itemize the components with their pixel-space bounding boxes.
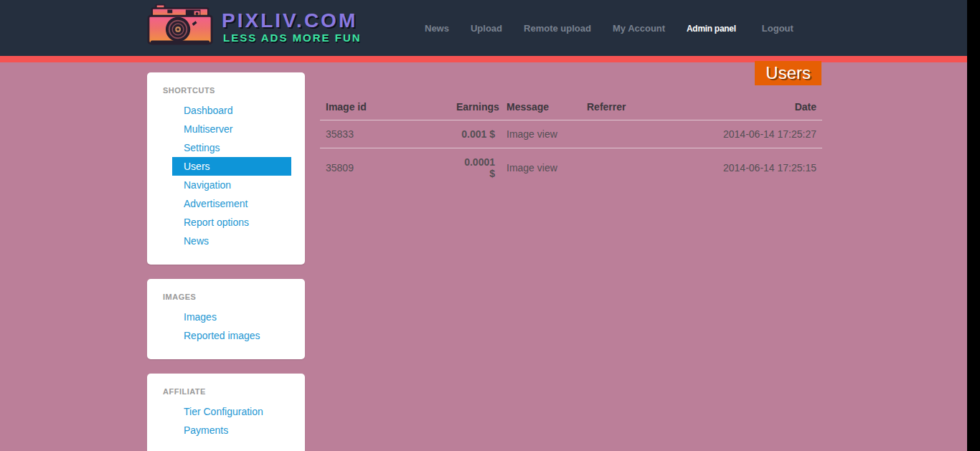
sidebar-panel-shortcuts: SHORTCUTS Dashboard Multiserver Settings…: [147, 72, 305, 265]
column-header-date: Date: [672, 95, 822, 120]
sidebar-list-images: Images Reported images: [172, 308, 291, 345]
table-row: 35833 0.001 $ Image view 2014-06-14 17:2…: [320, 120, 822, 148]
nav-item-logout[interactable]: Logout: [762, 23, 793, 34]
cell-date: 2014-06-14 17:25:27: [672, 120, 822, 148]
column-header-earnings: Earnings: [451, 95, 501, 120]
cell-referrer: [581, 120, 672, 148]
sidebar-item-navigation[interactable]: Navigation: [172, 176, 291, 194]
sidebar-heading-affiliate: AFFILIATE: [163, 387, 305, 396]
column-header-image-id: Image id: [320, 95, 451, 120]
sidebar-item-dashboard[interactable]: Dashboard: [172, 101, 291, 120]
sidebar-item-advertisement[interactable]: Advertisement: [172, 194, 291, 213]
sidebar-item-settings[interactable]: Settings: [172, 138, 291, 157]
sidebar-item-images[interactable]: Images: [172, 308, 291, 326]
camera-logo-icon: [146, 2, 216, 52]
sidebar-panel-affiliate: AFFILIATE Tier Configuration Payments: [147, 374, 305, 451]
column-header-referrer: Referrer: [581, 95, 672, 120]
nav-item-admin-panel[interactable]: Admin panel: [687, 23, 736, 34]
cell-message: Image view: [501, 148, 581, 188]
browser-viewport: PIXLIV.COM LESS ADS MORE FUN News Upload…: [0, 0, 980, 451]
nav-item-remote-upload[interactable]: Remote upload: [524, 23, 591, 34]
nav-item-upload[interactable]: Upload: [471, 23, 502, 34]
admin-page: PIXLIV.COM LESS ADS MORE FUN News Upload…: [0, 0, 967, 451]
site-logo[interactable]: PIXLIV.COM LESS ADS MORE FUN: [146, 2, 362, 52]
nav-item-news[interactable]: News: [425, 23, 449, 34]
sidebar-item-tier-configuration[interactable]: Tier Configuration: [172, 402, 291, 421]
logo-tagline: LESS ADS MORE FUN: [223, 32, 362, 44]
table-row: 35809 0.0001 $ Image view 2014-06-14 17:…: [320, 148, 822, 188]
sidebar-item-users[interactable]: Users: [172, 157, 291, 176]
cell-referrer: [581, 148, 672, 188]
sidebar-item-news[interactable]: News: [172, 232, 291, 250]
top-navigation: News Upload Remote upload My Account Adm…: [425, 0, 793, 56]
table-header-row: Image id Earnings Message Referrer Date: [320, 95, 822, 120]
sidebar-item-multiserver[interactable]: Multiserver: [172, 120, 291, 138]
earnings-table: Image id Earnings Message Referrer Date …: [320, 95, 822, 187]
sidebar-item-reported-images[interactable]: Reported images: [172, 326, 291, 345]
sidebar-list-shortcuts: Dashboard Multiserver Settings Users Nav…: [172, 101, 291, 250]
sidebar-heading-shortcuts: SHORTCUTS: [163, 86, 305, 95]
sidebar: SHORTCUTS Dashboard Multiserver Settings…: [147, 72, 305, 451]
cell-image-id: 35809: [320, 148, 451, 188]
accent-strip: [0, 56, 967, 62]
sidebar-item-payments[interactable]: Payments: [172, 421, 291, 440]
sidebar-heading-images: IMAGES: [163, 293, 305, 301]
site-header: PIXLIV.COM LESS ADS MORE FUN News Upload…: [0, 0, 967, 56]
sidebar-list-affiliate: Tier Configuration Payments: [172, 402, 291, 440]
cell-earnings: 0.001 $: [451, 120, 501, 148]
sidebar-panel-images: IMAGES Images Reported images: [147, 279, 305, 359]
page-title: Users: [755, 61, 821, 85]
cell-message: Image view: [501, 120, 581, 148]
earnings-table-container: Image id Earnings Message Referrer Date …: [320, 95, 822, 187]
cell-earnings: 0.0001 $: [451, 148, 501, 188]
logo-title: PIXLIV.COM: [222, 10, 362, 32]
cell-date: 2014-06-14 17:25:15: [672, 148, 822, 188]
sidebar-item-report-options[interactable]: Report options: [172, 213, 291, 232]
logo-text: PIXLIV.COM LESS ADS MORE FUN: [222, 10, 362, 44]
nav-item-my-account[interactable]: My Account: [613, 23, 665, 34]
column-header-message: Message: [501, 95, 581, 120]
cell-image-id: 35833: [320, 120, 451, 148]
